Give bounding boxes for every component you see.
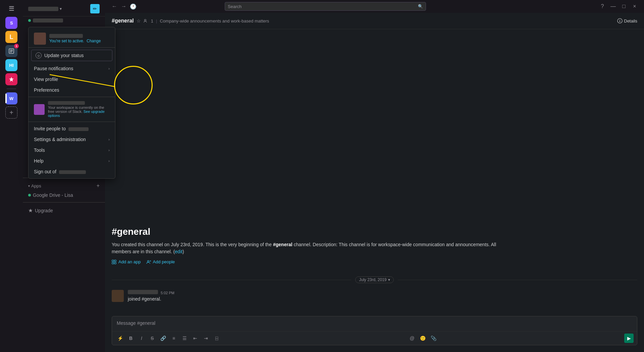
forward-button[interactable]: → <box>120 2 128 10</box>
indent-button[interactable]: ⇥ <box>201 334 211 343</box>
ordered-list-button[interactable]: ≡ <box>169 334 178 343</box>
ws-info: Your workspace is currently on the free … <box>48 101 110 118</box>
apps-add-icon[interactable]: + <box>97 183 100 189</box>
maximize-button[interactable]: □ <box>620 2 628 10</box>
channel-description: Company-wide announcements and work-base… <box>160 18 269 24</box>
settings-admin-item[interactable]: Settings & administration › <box>29 134 115 145</box>
avatar <box>112 290 124 302</box>
details-label: Details <box>624 18 637 24</box>
table-row: 5:02 PM joined #general. <box>112 289 637 304</box>
attachment-button[interactable]: 📎 <box>429 334 438 343</box>
sign-out-item[interactable]: Sign out of <box>29 166 115 177</box>
chevron-right-icon-4: › <box>108 159 110 163</box>
chat-area: #general You created this channel on Jul… <box>105 29 644 352</box>
history-button[interactable]: 🕐 <box>129 2 137 10</box>
minimize-button[interactable]: — <box>609 2 617 10</box>
invite-people-item[interactable]: Invite people to <box>29 123 115 134</box>
channel-meta: 1 | Company-wide announcements and work-… <box>144 18 269 24</box>
at-button[interactable]: @ <box>408 334 417 343</box>
message-input[interactable]: Message #general <box>112 316 637 331</box>
apps-section-header[interactable]: ▾ Apps + <box>23 181 105 191</box>
settings-admin-label: Settings & administration <box>34 137 86 142</box>
update-status-button[interactable]: ☺ Update your status <box>31 50 112 61</box>
svg-rect-8 <box>112 260 114 262</box>
apps-section-label: Apps <box>31 183 41 188</box>
channel-title-area: #general ☆ 1 | Company-wide announcement… <box>112 18 269 24</box>
app-notes-icon[interactable] <box>5 45 17 57</box>
star-icon[interactable]: ☆ <box>137 18 141 24</box>
search-icon: 🔍 <box>418 4 423 9</box>
add-app-button[interactable]: Add an app <box>112 259 141 264</box>
divider-line-left <box>112 280 351 280</box>
date-label: July 23rd, 2019 <box>359 277 386 282</box>
ws-avatar <box>34 104 45 115</box>
pause-notifications-label: Pause notifications <box>34 66 73 71</box>
separator: | <box>156 18 157 24</box>
help-item[interactable]: Help › <box>29 156 115 166</box>
outdent-button[interactable]: ⇤ <box>191 334 200 343</box>
search-bar[interactable]: Search 🔍 <box>225 2 426 11</box>
link-button[interactable]: 🔗 <box>158 334 168 343</box>
details-button[interactable]: Details <box>617 18 637 24</box>
add-workspace-button[interactable]: + <box>5 106 17 119</box>
username-blur <box>33 18 63 23</box>
preferences-item[interactable]: Preferences <box>29 85 115 95</box>
app-red-icon[interactable] <box>5 73 17 85</box>
channel-intro-title: #general <box>112 226 637 237</box>
help-button[interactable]: ? <box>598 2 606 10</box>
back-button[interactable]: ← <box>110 2 118 10</box>
dropdown-active-status: You're set to active. Change <box>49 39 101 43</box>
divider <box>7 89 16 89</box>
bold-button[interactable]: B <box>126 334 136 343</box>
close-button[interactable]: × <box>631 2 639 10</box>
workspace-chevron: ▾ <box>60 7 62 11</box>
status-emoji-icon: ☺ <box>36 52 42 58</box>
sidebar-indicator-item[interactable]: W <box>5 92 17 104</box>
date-divider: July 23rd, 2019 ▾ <box>112 276 637 283</box>
dropdown-workspace-section: Your workspace is currently on the free … <box>29 98 115 120</box>
bullets-button[interactable]: ☰ <box>180 334 189 343</box>
date-badge[interactable]: July 23rd, 2019 ▾ <box>355 276 393 283</box>
chevron-right-icon-2: › <box>108 137 110 141</box>
view-profile-label: View profile <box>34 77 58 82</box>
sidebar-header: ▾ ✏ <box>23 0 105 16</box>
dropdown-divider-2 <box>29 122 115 122</box>
dropdown-avatar <box>34 33 46 45</box>
strikethrough-button[interactable]: S <box>148 334 157 343</box>
change-status-link[interactable]: Change <box>87 39 101 43</box>
divider-line-right <box>398 280 637 280</box>
upgrade-label: Upgrade <box>35 208 53 213</box>
app-l-icon[interactable]: L <box>5 31 17 43</box>
edit-link[interactable]: edit <box>175 249 182 254</box>
send-button[interactable]: ▶ <box>624 334 634 343</box>
info-icon <box>617 18 623 24</box>
upgrade-rocket-icon <box>28 208 33 213</box>
hamburger-menu[interactable]: ☰ <box>5 3 17 15</box>
italic-button[interactable]: I <box>137 334 146 343</box>
message-input-box: Message #general ⚡ B I S 🔗 ≡ ☰ ⇤ ⇥ ⌸ @ 🙂… <box>112 316 637 345</box>
message-header: 5:02 PM <box>128 290 637 295</box>
workspace-name[interactable]: ▾ <box>28 7 62 11</box>
google-drive-item[interactable]: Google Drive - Lisa <box>23 191 105 200</box>
pause-notifications-item[interactable]: Pause notifications › <box>29 63 115 74</box>
channel-name: #general <box>112 18 134 24</box>
add-people-button[interactable]: Add people <box>146 259 175 264</box>
apps-chevron-icon: ▾ <box>28 184 30 188</box>
upgrade-button[interactable]: Upgrade <box>28 208 100 213</box>
message-toolbar: ⚡ B I S 🔗 ≡ ☰ ⇤ ⇥ ⌸ @ 🙂 📎 ▶ <box>112 331 637 345</box>
app-hi-icon[interactable]: HI <box>5 59 17 71</box>
compose-button[interactable]: ✏ <box>90 4 100 13</box>
sign-out-label: Sign out of <box>34 169 86 174</box>
workspace-icon[interactable]: S <box>5 17 17 29</box>
format-button[interactable]: ⌸ <box>212 334 221 343</box>
lightning-bolt-button[interactable]: ⚡ <box>115 334 125 343</box>
app-switcher: ☰ S L HI W + <box>0 0 23 352</box>
emoji-button[interactable]: 🙂 <box>418 334 428 343</box>
tools-item[interactable]: Tools › <box>29 145 115 156</box>
workspace-name-blur-3 <box>59 170 86 174</box>
svg-point-12 <box>147 260 149 262</box>
dropdown-divider-1 <box>29 97 115 97</box>
update-status-label: Update your status <box>44 53 84 58</box>
help-label: Help <box>34 158 44 164</box>
view-profile-item[interactable]: View profile <box>29 74 115 85</box>
